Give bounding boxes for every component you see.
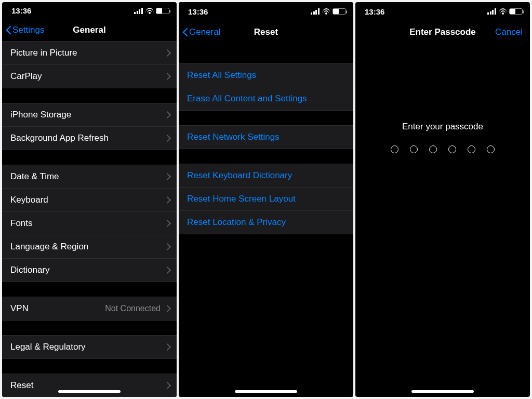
row-label: Reset Keyboard Dictionary (187, 170, 346, 181)
page-title: General (73, 25, 105, 35)
row-label: iPhone Storage (10, 110, 165, 120)
status-bar: 13:36 (2, 2, 177, 20)
cellular-icon (487, 8, 497, 15)
row-label: Legal & Regulatory (10, 342, 165, 352)
status-bar: 13:36 (179, 2, 353, 21)
settings-row[interactable]: Date & Time (2, 165, 177, 189)
settings-row[interactable]: Picture in Picture (2, 41, 177, 65)
screenshot-triptych: 13:36 Settings General Picture in Pictur… (0, 0, 532, 399)
status-indicators (311, 8, 346, 15)
row-value: Not Connected (105, 304, 161, 313)
reset-group: Reset All SettingsErase All Content and … (179, 63, 353, 111)
chevron-left-icon (182, 27, 188, 37)
page-title: Enter Passcode (409, 27, 476, 37)
status-bar: 13:36 (355, 2, 530, 21)
phone-general: 13:36 Settings General Picture in Pictur… (2, 2, 177, 397)
settings-row[interactable]: Background App Refresh (2, 127, 177, 150)
passcode-dot (391, 145, 398, 153)
phone-reset: 13:36 General Reset Reset All SettingsEr… (179, 2, 353, 397)
chevron-right-icon (165, 305, 169, 312)
status-time: 13:36 (188, 7, 208, 16)
passcode-prompt: Enter your passcode (402, 122, 483, 132)
battery-icon (332, 8, 346, 15)
page-title: Reset (254, 27, 278, 37)
status-indicators (134, 8, 169, 14)
row-label: Picture in Picture (10, 48, 165, 58)
reset-action[interactable]: Reset Keyboard Dictionary (179, 164, 353, 188)
settings-list[interactable]: Picture in PictureCarPlayiPhone StorageB… (2, 41, 177, 397)
back-button[interactable]: Settings (5, 20, 44, 41)
reset-group: Reset Network Settings (179, 125, 353, 149)
chevron-left-icon (5, 25, 11, 35)
back-label: General (189, 27, 220, 37)
row-label: Reset Location & Privacy (187, 217, 346, 228)
row-label: Date & Time (10, 171, 165, 182)
passcode-dots (391, 145, 495, 153)
reset-action[interactable]: Reset Network Settings (179, 125, 353, 149)
settings-row[interactable]: Dictionary (2, 259, 177, 282)
home-indicator[interactable] (58, 390, 121, 393)
cellular-icon (311, 8, 320, 15)
row-label: Erase All Content and Settings (187, 94, 346, 104)
status-indicators (487, 8, 523, 15)
settings-group: Legal & Regulatory (2, 335, 177, 359)
passcode-entry: Enter your passcode (355, 44, 530, 397)
cellular-icon (134, 8, 143, 14)
battery-icon (156, 8, 169, 14)
status-time: 13:36 (365, 7, 384, 16)
settings-group: ResetShut Down (2, 374, 177, 397)
settings-row[interactable]: iPhone Storage (2, 103, 177, 127)
cancel-button[interactable]: Cancel (495, 21, 523, 44)
reset-action[interactable]: Erase All Content and Settings (179, 87, 353, 111)
settings-group: iPhone StorageBackground App Refresh (2, 103, 177, 150)
chevron-right-icon (165, 343, 169, 351)
battery-icon (509, 8, 523, 15)
status-time: 13:36 (11, 6, 31, 15)
reset-action[interactable]: Reset Location & Privacy (179, 211, 353, 234)
settings-group: Picture in PictureCarPlay (2, 41, 177, 88)
settings-row[interactable]: Reset (2, 374, 177, 397)
chevron-right-icon (165, 196, 169, 204)
row-label: Reset Network Settings (187, 132, 346, 142)
settings-group: Date & TimeKeyboardFontsLanguage & Regio… (2, 165, 177, 282)
chevron-right-icon (165, 267, 169, 274)
home-indicator[interactable] (235, 390, 297, 393)
chevron-right-icon (165, 73, 169, 80)
reset-action[interactable]: Reset All Settings (179, 63, 353, 87)
passcode-dot (468, 145, 475, 153)
home-indicator[interactable] (411, 390, 474, 393)
nav-bar: Enter Passcode Cancel (355, 21, 530, 44)
row-label: VPN (10, 303, 105, 314)
settings-row[interactable]: VPNNot Connected (2, 297, 177, 321)
passcode-dot (410, 145, 418, 153)
nav-bar: Settings General (2, 20, 177, 41)
settings-row[interactable]: CarPlay (2, 65, 177, 88)
passcode-dot (487, 145, 495, 153)
chevron-right-icon (165, 173, 169, 180)
settings-row[interactable]: Keyboard (2, 189, 177, 212)
settings-row[interactable]: Language & Region (2, 235, 177, 259)
passcode-dot (448, 145, 456, 153)
wifi-icon (499, 8, 507, 15)
chevron-right-icon (165, 243, 169, 250)
row-label: Dictionary (10, 265, 165, 275)
settings-row[interactable]: Legal & Regulatory (2, 335, 177, 359)
chevron-right-icon (165, 49, 169, 57)
reset-list[interactable]: Reset All SettingsErase All Content and … (179, 44, 353, 397)
chevron-right-icon (165, 220, 169, 227)
row-label: Fonts (10, 218, 165, 229)
row-label: CarPlay (10, 71, 165, 82)
settings-group: VPNNot Connected (2, 297, 177, 321)
row-label: Keyboard (10, 195, 165, 205)
row-label: Language & Region (10, 242, 165, 252)
back-button[interactable]: General (182, 21, 220, 44)
settings-row[interactable]: Fonts (2, 212, 177, 235)
row-label: Reset All Settings (187, 70, 346, 81)
passcode-dot (429, 145, 437, 153)
wifi-icon (145, 8, 154, 14)
phone-passcode: 13:36 Enter Passcode Cancel Enter your p… (355, 2, 530, 397)
row-label: Background App Refresh (10, 133, 165, 143)
nav-bar: General Reset (179, 21, 353, 44)
row-label: Reset Home Screen Layout (187, 194, 346, 204)
reset-action[interactable]: Reset Home Screen Layout (179, 188, 353, 211)
